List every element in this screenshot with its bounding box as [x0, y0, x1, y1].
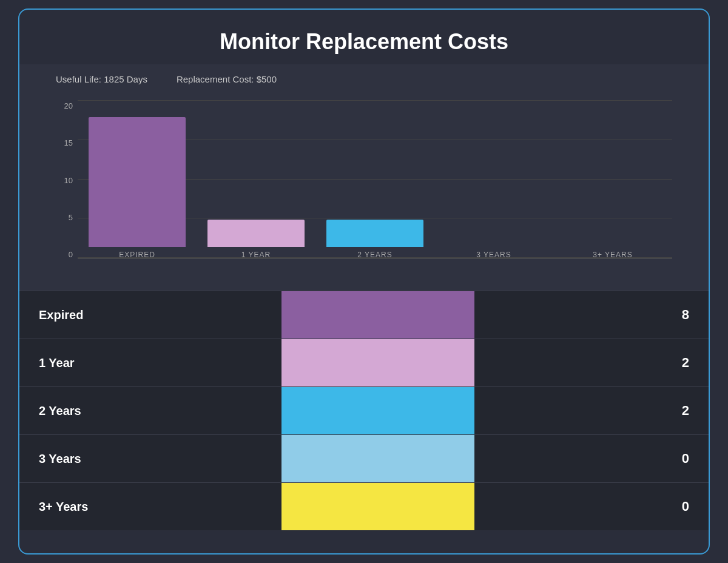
- bar-group-3plus: 3+ YEARS: [553, 247, 672, 259]
- color-block-expired: [281, 291, 474, 339]
- chart-plot: EXPIRED1 YEAR2 YEARS3 YEARS3+ YEARS: [78, 100, 672, 276]
- table-color-3years: [281, 435, 474, 482]
- table-count-1year: 2: [474, 339, 709, 386]
- y-label-10: 10: [56, 176, 73, 185]
- main-card: Monitor Replacement Costs Useful Life: 1…: [18, 8, 710, 555]
- y-label-15: 15: [56, 138, 73, 147]
- table-count-3plus: 0: [474, 483, 709, 530]
- table-count-expired: 8: [474, 291, 709, 339]
- table-color-expired: [281, 291, 474, 339]
- replacement-cost-label: Replacement Cost: $500: [177, 74, 277, 84]
- table-section: Expired81 Year22 Years23 Years03+ Years0: [19, 291, 709, 553]
- table-row-expired: Expired8: [19, 291, 709, 339]
- bar-label-3years: 3 YEARS: [476, 251, 511, 259]
- y-label-0: 0: [56, 250, 73, 259]
- color-block-1year: [281, 339, 474, 386]
- bar-expired: [89, 117, 186, 248]
- bar-2years: [326, 220, 423, 248]
- table-count-3years: 0: [474, 435, 709, 482]
- useful-life-label: Useful Life: 1825 Days: [56, 74, 147, 84]
- chart-meta: Useful Life: 1825 Days Replacement Cost:…: [56, 74, 672, 84]
- chart-section: Useful Life: 1825 Days Replacement Cost:…: [19, 64, 709, 291]
- table-color-2years: [281, 387, 474, 434]
- table-row-1year: 1 Year2: [19, 339, 709, 386]
- table-row-2years: 2 Years2: [19, 386, 709, 434]
- y-label-20: 20: [56, 101, 73, 110]
- color-block-2years: [281, 387, 474, 434]
- table-label-2years: 2 Years: [19, 387, 281, 434]
- bar-group-expired: EXPIRED: [78, 117, 197, 260]
- table-count-2years: 2: [474, 387, 709, 434]
- chart-area: 0 5 10 15 20 EXPIRED1 YEAR2 YEAR: [56, 94, 672, 276]
- bars-row: EXPIRED1 YEAR2 YEARS3 YEARS3+ YEARS: [78, 101, 672, 259]
- table-label-3years: 3 Years: [19, 435, 281, 482]
- table-row-3years: 3 Years0: [19, 434, 709, 482]
- table-color-3plus: [281, 483, 474, 530]
- y-axis: 0 5 10 15 20: [56, 101, 73, 259]
- table-color-1year: [281, 339, 474, 386]
- table-label-expired: Expired: [19, 291, 281, 339]
- table-label-3plus: 3+ Years: [19, 483, 281, 530]
- bar-1year: [207, 220, 305, 248]
- bar-group-3years: 3 YEARS: [434, 247, 553, 259]
- bar-label-1year: 1 YEAR: [241, 251, 271, 259]
- bar-label-3plus: 3+ YEARS: [593, 251, 632, 259]
- bar-group-1year: 1 YEAR: [197, 220, 315, 260]
- page-title: Monitor Replacement Costs: [19, 10, 709, 64]
- table-row-3plus: 3+ Years0: [19, 482, 709, 530]
- bar-group-2years: 2 YEARS: [315, 220, 434, 260]
- color-block-3plus: [281, 483, 474, 530]
- bar-label-2years: 2 YEARS: [357, 251, 392, 259]
- color-block-3years: [281, 435, 474, 482]
- y-label-5: 5: [56, 213, 73, 222]
- table-label-1year: 1 Year: [19, 339, 281, 386]
- grid-line-20: [78, 100, 672, 101]
- bar-label-expired: EXPIRED: [119, 251, 155, 259]
